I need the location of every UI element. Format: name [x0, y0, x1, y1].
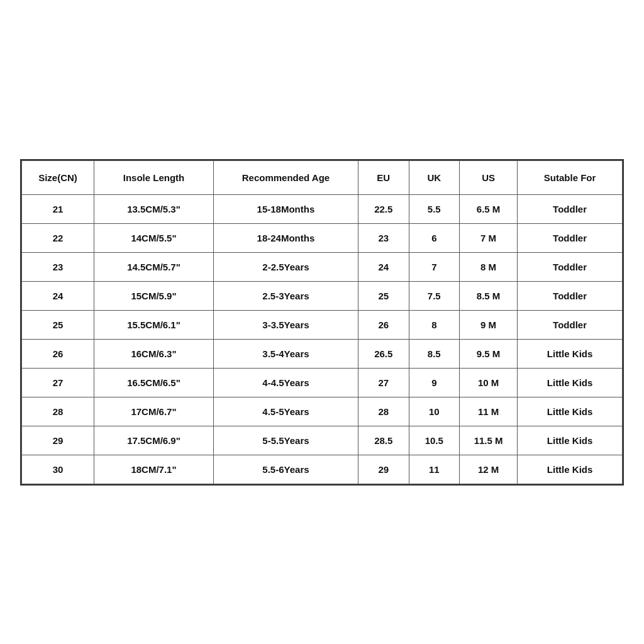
header-insole: Insole Length [94, 160, 214, 194]
cell-size: 25 [22, 310, 94, 339]
cell-us: 12 M [460, 455, 518, 484]
cell-suitable: Little Kids [518, 455, 623, 484]
cell-uk: 10.5 [409, 426, 460, 455]
cell-uk: 5.5 [409, 194, 460, 223]
cell-us: 6.5 M [460, 194, 518, 223]
table-row: 3018CM/7.1"5.5-6Years291112 MLittle Kids [22, 455, 623, 484]
cell-size: 22 [22, 223, 94, 252]
size-chart-table: Size(CN) Insole Length Recommended Age E… [21, 160, 623, 484]
cell-suitable: Toddler [518, 310, 623, 339]
table-row: 2214CM/5.5"18-24Months2367 MToddler [22, 223, 623, 252]
table-row: 2314.5CM/5.7"2-2.5Years2478 MToddler [22, 252, 623, 281]
cell-insole: 14.5CM/5.7" [94, 252, 214, 281]
cell-us: 11 M [460, 397, 518, 426]
cell-eu: 28 [358, 397, 409, 426]
cell-insole: 15CM/5.9" [94, 281, 214, 310]
header-us: US [460, 160, 518, 194]
cell-us: 9 M [460, 310, 518, 339]
cell-size: 28 [22, 397, 94, 426]
header-suitable: Sutable For [518, 160, 623, 194]
cell-suitable: Toddler [518, 194, 623, 223]
cell-insole: 15.5CM/6.1" [94, 310, 214, 339]
cell-suitable: Little Kids [518, 368, 623, 397]
cell-eu: 29 [358, 455, 409, 484]
cell-us: 10 M [460, 368, 518, 397]
header-eu: EU [358, 160, 409, 194]
cell-suitable: Little Kids [518, 397, 623, 426]
cell-insole: 16CM/6.3" [94, 339, 214, 368]
header-size: Size(CN) [22, 160, 94, 194]
table-row: 2415CM/5.9"2.5-3Years257.58.5 MToddler [22, 281, 623, 310]
cell-age: 15-18Months [213, 194, 358, 223]
cell-eu: 27 [358, 368, 409, 397]
cell-us: 7 M [460, 223, 518, 252]
table-row: 2716.5CM/6.5"4-4.5Years27910 MLittle Kid… [22, 368, 623, 397]
table-row: 2113.5CM/5.3"15-18Months22.55.56.5 MTodd… [22, 194, 623, 223]
cell-age: 5-5.5Years [213, 426, 358, 455]
cell-age: 2.5-3Years [213, 281, 358, 310]
table-row: 2817CM/6.7"4.5-5Years281011 MLittle Kids [22, 397, 623, 426]
cell-eu: 26 [358, 310, 409, 339]
cell-size: 27 [22, 368, 94, 397]
cell-size: 29 [22, 426, 94, 455]
cell-us: 8 M [460, 252, 518, 281]
cell-us: 8.5 M [460, 281, 518, 310]
cell-age: 2-2.5Years [213, 252, 358, 281]
size-chart-container: Size(CN) Insole Length Recommended Age E… [20, 159, 624, 486]
cell-uk: 10 [409, 397, 460, 426]
cell-insole: 14CM/5.5" [94, 223, 214, 252]
cell-size: 23 [22, 252, 94, 281]
cell-uk: 11 [409, 455, 460, 484]
cell-insole: 17CM/6.7" [94, 397, 214, 426]
cell-suitable: Toddler [518, 223, 623, 252]
cell-size: 26 [22, 339, 94, 368]
cell-suitable: Little Kids [518, 426, 623, 455]
cell-insole: 16.5CM/6.5" [94, 368, 214, 397]
cell-age: 4-4.5Years [213, 368, 358, 397]
table-row: 2515.5CM/6.1"3-3.5Years2689 MToddler [22, 310, 623, 339]
cell-uk: 6 [409, 223, 460, 252]
cell-uk: 7 [409, 252, 460, 281]
header-uk: UK [409, 160, 460, 194]
header-age: Recommended Age [213, 160, 358, 194]
cell-eu: 22.5 [358, 194, 409, 223]
cell-insole: 17.5CM/6.9" [94, 426, 214, 455]
cell-age: 3-3.5Years [213, 310, 358, 339]
cell-suitable: Toddler [518, 281, 623, 310]
cell-age: 5.5-6Years [213, 455, 358, 484]
cell-age: 4.5-5Years [213, 397, 358, 426]
cell-eu: 24 [358, 252, 409, 281]
cell-uk: 9 [409, 368, 460, 397]
cell-age: 3.5-4Years [213, 339, 358, 368]
table-row: 2616CM/6.3"3.5-4Years26.58.59.5 MLittle … [22, 339, 623, 368]
cell-eu: 28.5 [358, 426, 409, 455]
cell-suitable: Little Kids [518, 339, 623, 368]
cell-size: 21 [22, 194, 94, 223]
cell-eu: 25 [358, 281, 409, 310]
cell-insole: 18CM/7.1" [94, 455, 214, 484]
cell-size: 30 [22, 455, 94, 484]
table-header-row: Size(CN) Insole Length Recommended Age E… [22, 160, 623, 194]
cell-size: 24 [22, 281, 94, 310]
cell-insole: 13.5CM/5.3" [94, 194, 214, 223]
cell-uk: 8 [409, 310, 460, 339]
cell-uk: 8.5 [409, 339, 460, 368]
cell-suitable: Toddler [518, 252, 623, 281]
table-row: 2917.5CM/6.9"5-5.5Years28.510.511.5 MLit… [22, 426, 623, 455]
cell-us: 11.5 M [460, 426, 518, 455]
cell-eu: 23 [358, 223, 409, 252]
cell-age: 18-24Months [213, 223, 358, 252]
cell-us: 9.5 M [460, 339, 518, 368]
cell-uk: 7.5 [409, 281, 460, 310]
cell-eu: 26.5 [358, 339, 409, 368]
